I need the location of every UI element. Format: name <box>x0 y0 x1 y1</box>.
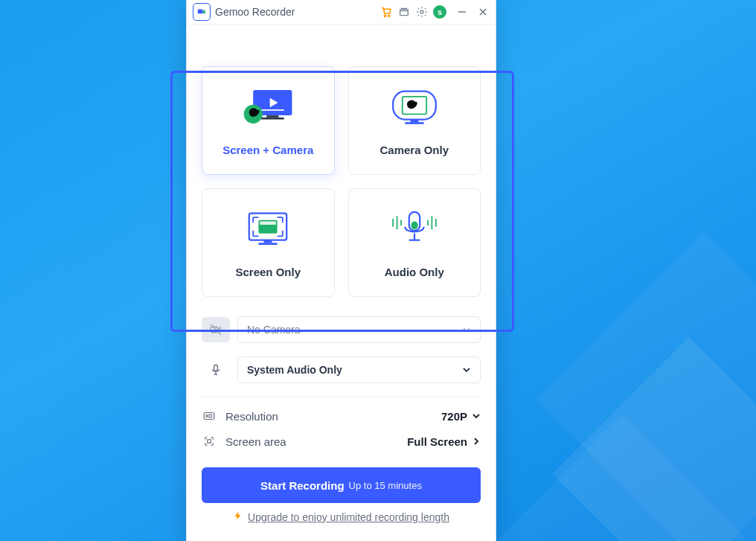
svg-rect-12 <box>261 117 284 119</box>
start-button-sub: Up to 15 minutes <box>349 480 422 491</box>
svg-rect-20 <box>260 221 276 225</box>
user-avatar[interactable]: s <box>433 5 446 19</box>
crop-icon <box>202 434 217 449</box>
screen-only-icon <box>234 208 301 255</box>
camera-select[interactable]: No Camera <box>237 316 481 343</box>
audio-row: System Audio Only <box>202 356 481 383</box>
resolution-row: Resolution 720P <box>202 403 481 429</box>
svg-rect-37 <box>208 440 211 444</box>
mode-screen-only[interactable]: Screen Only <box>202 188 335 297</box>
svg-rect-35 <box>214 365 218 371</box>
chevron-down-icon <box>462 325 471 334</box>
svg-rect-24 <box>411 221 417 229</box>
start-button-main: Start Recording <box>260 479 345 492</box>
camera-select-value: No Camera <box>247 324 301 336</box>
mode-label: Audio Only <box>385 266 444 278</box>
minimize-button[interactable] <box>457 7 467 17</box>
title-bar: Gemoo Recorder s <box>187 0 496 25</box>
svg-point-4 <box>420 10 423 13</box>
audio-select-value: System Audio Only <box>247 364 342 376</box>
desktop-background: Gemoo Recorder s <box>0 0 756 541</box>
chevron-right-icon <box>472 437 481 446</box>
camera-off-icon <box>202 317 230 342</box>
screen-camera-icon <box>234 86 301 133</box>
camera-only-icon <box>381 86 448 133</box>
app-logo-icon <box>193 3 211 21</box>
audio-only-icon <box>381 208 448 255</box>
svg-rect-36 <box>204 413 214 420</box>
app-window: Gemoo Recorder s <box>186 0 496 541</box>
svg-rect-16 <box>410 119 418 122</box>
upgrade-link[interactable]: Upgrade to enjoy unlimited recording len… <box>248 511 449 523</box>
start-recording-button[interactable]: Start Recording Up to 15 minutes <box>202 467 481 503</box>
screen-area-value[interactable]: Full Screen <box>407 435 481 448</box>
resolution-label: Resolution <box>225 410 432 423</box>
mode-audio-only[interactable]: Audio Only <box>348 188 481 297</box>
gear-icon[interactable] <box>415 5 429 19</box>
screen-area-label: Screen area <box>225 435 398 448</box>
resolution-value[interactable]: 720P <box>441 410 481 423</box>
audio-select[interactable]: System Audio Only <box>237 356 481 383</box>
svg-rect-21 <box>264 240 272 243</box>
mode-label: Screen + Camera <box>222 144 313 156</box>
upgrade-row: Upgrade to enjoy unlimited recording len… <box>202 510 481 523</box>
app-title: Gemoo Recorder <box>215 6 295 18</box>
video-library-icon[interactable] <box>397 5 411 19</box>
mode-camera-only[interactable]: Camera Only <box>348 66 481 175</box>
mode-screen-camera[interactable]: Screen + Camera <box>202 66 335 175</box>
mode-grid: Screen + Camera Camera Only <box>202 66 481 297</box>
microphone-icon <box>202 357 230 382</box>
chevron-down-icon <box>462 365 471 374</box>
svg-line-34 <box>211 324 221 335</box>
svg-rect-0 <box>198 10 203 14</box>
cart-icon[interactable] <box>379 5 393 19</box>
hd-icon <box>202 409 217 423</box>
camera-row: No Camera <box>202 316 481 343</box>
svg-rect-22 <box>259 243 278 245</box>
close-button[interactable] <box>478 7 488 17</box>
chevron-down-icon <box>472 412 481 420</box>
svg-rect-3 <box>400 10 409 16</box>
divider <box>202 397 481 397</box>
svg-point-2 <box>388 15 390 16</box>
bolt-icon <box>233 510 243 523</box>
screen-area-row: Screen area Full Screen <box>202 429 481 454</box>
svg-rect-17 <box>405 122 423 124</box>
mode-label: Camera Only <box>379 144 449 156</box>
svg-rect-11 <box>266 115 278 118</box>
mode-label: Screen Only <box>235 266 301 278</box>
svg-point-1 <box>384 15 385 16</box>
